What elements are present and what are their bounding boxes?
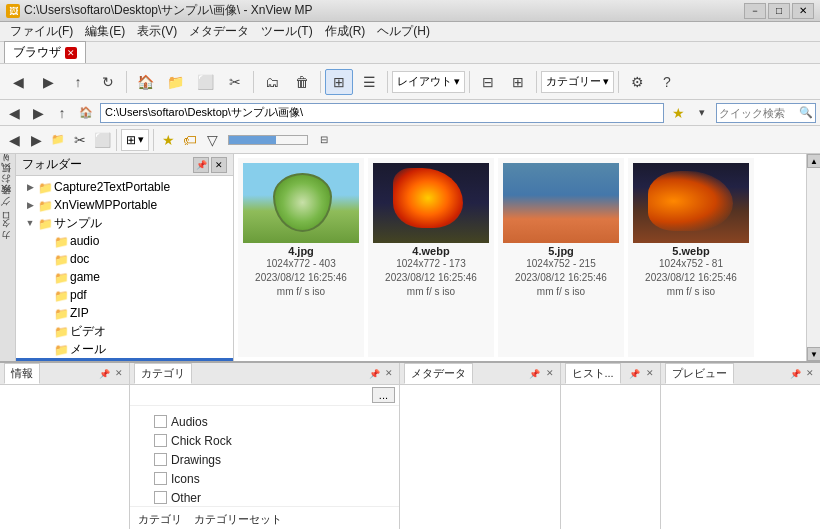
nav-btn-4[interactable]: ✂ [70,130,90,150]
nav-btn-5[interactable]: ⬜ [92,130,112,150]
category-item-chickrock[interactable]: Chick Rock [136,431,393,450]
category-checkbox-audios[interactable] [154,415,167,428]
nav-up-button[interactable]: ↑ [52,103,72,123]
back-button[interactable]: ◀ [4,69,32,95]
menu-file[interactable]: ファイル(F) [4,21,79,42]
tree-item-xnviewmp[interactable]: ▶ 📁 XnViewMPPortable [16,196,233,214]
file-item-4webp[interactable]: 4.webp 1024x772 - 173 2023/08/12 16:25:4… [368,158,494,357]
tree-item-game[interactable]: 📁 game [16,268,233,286]
metadata-pin-btn[interactable]: 📌 [528,367,542,381]
file-scrollbar[interactable]: ▲ ▼ [806,154,820,361]
browser-tab[interactable]: ブラウザ ✕ [4,41,86,63]
preview-tab[interactable]: プレビュー [665,363,734,384]
info-pin-btn[interactable]: 📌 [97,367,111,381]
nav-grid-dropdown[interactable]: ⊞ ▾ [121,129,149,151]
nav-btn-3[interactable]: 📁 [48,130,68,150]
menu-help[interactable]: ヘルプ(H) [371,21,436,42]
menu-tools[interactable]: ツール(T) [255,21,318,42]
vtab-catalog[interactable]: カタログ検索 [0,199,15,251]
tree-item-mail[interactable]: 📁 メール [16,340,233,358]
category-footer-category-btn[interactable]: カテゴリ [134,511,186,528]
category-tab[interactable]: カテゴリ [134,363,192,384]
metadata-tab[interactable]: メタデータ [404,363,473,384]
vtab-favorites[interactable]: お気に入り [0,154,15,195]
delete-button[interactable]: 🗑 [288,69,316,95]
zoom-slider[interactable] [228,135,308,145]
history-tab[interactable]: ヒスト... [565,363,621,384]
file-item-4jpg[interactable]: 4.jpg 1024x772 - 403 2023/08/12 16:25:46… [238,158,364,357]
category-checkbox-chickrock[interactable] [154,434,167,447]
info-tab[interactable]: 情報 [4,363,40,384]
menu-metadata[interactable]: メタデータ [183,21,255,42]
info-close-btn[interactable]: ✕ [113,367,125,379]
scroll-up-btn[interactable]: ▲ [807,154,820,168]
category-checkbox-drawings[interactable] [154,453,167,466]
cut-button[interactable]: ✂ [221,69,249,95]
search-icon[interactable]: 🔍 [799,106,813,119]
address-input[interactable] [100,103,664,123]
forward-button[interactable]: ▶ [34,69,62,95]
maximize-button[interactable]: □ [768,3,790,19]
nav-filter-btn[interactable]: ▽ [202,130,222,150]
nav-star-btn[interactable]: ★ [158,130,178,150]
history-close-btn[interactable]: ✕ [644,367,656,379]
preview-close-btn[interactable]: ✕ [804,367,816,379]
preview-pin-btn[interactable]: 📌 [788,367,802,381]
copy-button[interactable]: ⬜ [191,69,219,95]
address-go-button[interactable]: ▾ [692,103,712,123]
help-button[interactable]: ? [653,69,681,95]
category-checkbox-other[interactable] [154,491,167,504]
category-item-audios[interactable]: Audios [136,412,393,431]
nav-btn-2[interactable]: ▶ [26,130,46,150]
tree-item-images[interactable]: 📁 画像 [16,358,233,361]
nav-btn-1[interactable]: ◀ [4,130,24,150]
history-pin-btn[interactable]: 📌 [628,367,642,381]
thumb-size-up-button[interactable]: ⊞ [504,69,532,95]
metadata-close-btn[interactable]: ✕ [544,367,556,379]
tree-item-pdf[interactable]: 📁 pdf [16,286,233,304]
menu-view[interactable]: 表示(V) [131,21,183,42]
tree-item-zip[interactable]: 📁 ZIP [16,304,233,322]
nav-home-button[interactable]: 🏠 [76,103,96,123]
category-dropdown-btn[interactable]: ... [372,387,395,403]
minimize-button[interactable]: － [744,3,766,19]
close-button[interactable]: ✕ [792,3,814,19]
category-footer-categoryset-btn[interactable]: カテゴリーセット [190,511,286,528]
file-item-5webp[interactable]: 5.webp 1024x752 - 81 2023/08/12 16:25:46… [628,158,754,357]
favorite-button[interactable]: ★ [668,103,688,123]
tree-item-sample[interactable]: ▼ 📁 サンプル [16,214,233,232]
sidebar-pin-btn[interactable]: 📌 [193,157,209,173]
new-folder-button[interactable]: 🗂 [258,69,286,95]
menu-edit[interactable]: 編集(E) [79,21,131,42]
tree-item-doc[interactable]: 📁 doc [16,250,233,268]
tree-item-capture2text[interactable]: ▶ 📁 Capture2TextPortable [16,178,233,196]
layout-dropdown[interactable]: レイアウト ▾ [392,71,465,93]
tree-item-audio[interactable]: 📁 audio [16,232,233,250]
nav-color-btn[interactable]: 🏷 [180,130,200,150]
sidebar-close-btn[interactable]: ✕ [211,157,227,173]
category-close-btn[interactable]: ✕ [383,367,395,379]
nav-forward-button[interactable]: ▶ [28,103,48,123]
file-item-5jpg[interactable]: 5.jpg 1024x752 - 215 2023/08/12 16:25:46… [498,158,624,357]
browser-tab-close[interactable]: ✕ [65,47,77,59]
view-detail-button[interactable]: ☰ [355,69,383,95]
folder-button[interactable]: 📁 [161,69,189,95]
thumb-size-button[interactable]: ⊟ [474,69,502,95]
home-button[interactable]: 🏠 [131,69,159,95]
nav-view-btn[interactable]: ⊟ [314,130,334,150]
category-pin-btn[interactable]: 📌 [367,367,381,381]
category-item-other[interactable]: Other [136,488,393,506]
tree-item-video[interactable]: 📁 ビデオ [16,322,233,340]
up-button[interactable]: ↑ [64,69,92,95]
view-grid-button[interactable]: ⊞ [325,69,353,95]
nav-back-button[interactable]: ◀ [4,103,24,123]
category-item-drawings[interactable]: Drawings [136,450,393,469]
refresh-button[interactable]: ↻ [94,69,122,95]
category-checkbox-icons[interactable] [154,472,167,485]
search-input[interactable] [719,107,799,119]
settings-button[interactable]: ⚙ [623,69,651,95]
scroll-down-btn[interactable]: ▼ [807,347,820,361]
category-dropdown[interactable]: カテゴリー ▾ [541,71,614,93]
menu-create[interactable]: 作成(R) [319,21,372,42]
category-item-icons[interactable]: Icons [136,469,393,488]
